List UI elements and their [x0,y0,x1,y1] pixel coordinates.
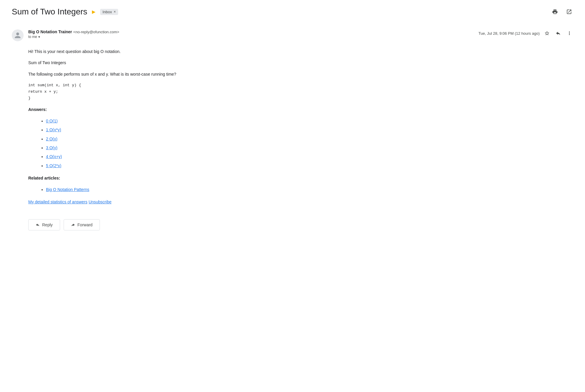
message-body: Hi! This is your next question about big… [28,44,573,219]
unsubscribe-link[interactable]: Unsubscribe [89,200,112,204]
reply-button[interactable]: Reply [28,219,60,230]
list-item: 5 O(2*x) [46,162,573,169]
intro-text: Hi! This is your next question about big… [28,48,573,55]
message-header: Big O Notation Trainer <no-reply@ofuncti… [12,27,573,44]
reply-header-icon [556,31,561,36]
inbox-label-text: Inbox [103,10,112,14]
subject-actions [551,8,573,16]
to-me-dropdown[interactable]: to me ▼ [28,35,119,39]
list-item: Big O Notation Patterns [46,186,573,193]
answers-label: Answers: [28,106,573,113]
star-icon [544,31,550,36]
label-arrow-icon: ► [91,9,97,15]
message-wrapper: Big O Notation Trainer <no-reply@ofuncti… [12,22,573,242]
related-label: Related articles: [28,175,573,181]
open-new-window-button[interactable] [565,8,573,16]
sender-name-row: Big O Notation Trainer <no-reply@ofuncti… [28,29,119,34]
answer-link-4[interactable]: 4 O(x+y) [46,154,62,159]
more-options-button[interactable] [566,29,573,37]
subject-left: Sum of Two Integers ► Inbox × [12,7,118,16]
star-button[interactable] [543,29,551,37]
related-article-link[interactable]: Big O Notation Patterns [46,187,89,192]
reply-button-icon [36,223,40,227]
subject-line-text: Sum of Two Integers [28,59,573,66]
answer-link-1[interactable]: 1 O(x*y) [46,127,61,132]
print-button[interactable] [551,8,559,16]
email-container: Sum of Two Integers ► Inbox × [0,0,585,242]
inbox-label-badge[interactable]: Inbox × [100,9,118,15]
subject-row: Sum of Two Integers ► Inbox × [12,0,573,22]
code-line-3: } [28,95,573,102]
forward-button-label: Forward [77,222,92,227]
answer-link-0[interactable]: 0 O(1) [46,119,58,123]
list-item: 4 O(x+y) [46,153,573,160]
action-buttons: Reply Forward [28,219,573,242]
footer-links: My detailed statistics of answers Unsubs… [28,199,573,205]
forward-button-icon [71,223,75,227]
label-close-icon[interactable]: × [114,10,116,14]
sender-details: Big O Notation Trainer <no-reply@ofuncti… [28,29,119,39]
answer-link-3[interactable]: 3 O(y) [46,145,57,150]
forward-button[interactable]: Forward [64,219,100,230]
related-list: Big O Notation Patterns [28,186,573,193]
code-line-1: int sum(int x, int y) { [28,82,573,89]
list-item: 0 O(1) [46,118,573,124]
answer-link-5[interactable]: 5 O(2*x) [46,163,61,168]
subject-title: Sum of Two Integers [12,7,87,16]
stats-link[interactable]: My detailed statistics of answers [28,200,87,204]
message-meta: Tue, Jul 28, 9:06 PM (12 hours ago) [478,29,573,37]
answer-link-2[interactable]: 2 O(x) [46,137,57,141]
chevron-down-icon: ▼ [38,35,41,39]
to-me-text: to me [28,35,37,39]
reply-icon-button[interactable] [554,29,562,37]
list-item: 1 O(x*y) [46,127,573,133]
reply-button-label: Reply [42,222,53,227]
more-options-icon [567,31,572,36]
answers-list: 0 O(1) 1 O(x*y) 2 O(x) 3 O(y) 4 O(x+y) 5… [28,118,573,169]
avatar [12,29,24,41]
sender-info: Big O Notation Trainer <no-reply@ofuncti… [12,29,119,41]
question-text: The following code performs sum of x and… [28,71,573,77]
open-new-window-icon [566,9,572,15]
sender-name: Big O Notation Trainer [28,29,72,34]
sender-email: <no-reply@ofunction.com> [73,30,119,34]
list-item: 3 O(y) [46,144,573,151]
avatar-person-icon [14,32,21,39]
code-line-2: return x + y; [28,89,573,95]
timestamp: Tue, Jul 28, 9:06 PM (12 hours ago) [478,31,540,36]
print-icon [552,9,558,15]
code-block: int sum(int x, int y) { return x + y; } [28,82,573,102]
list-item: 2 O(x) [46,136,573,142]
